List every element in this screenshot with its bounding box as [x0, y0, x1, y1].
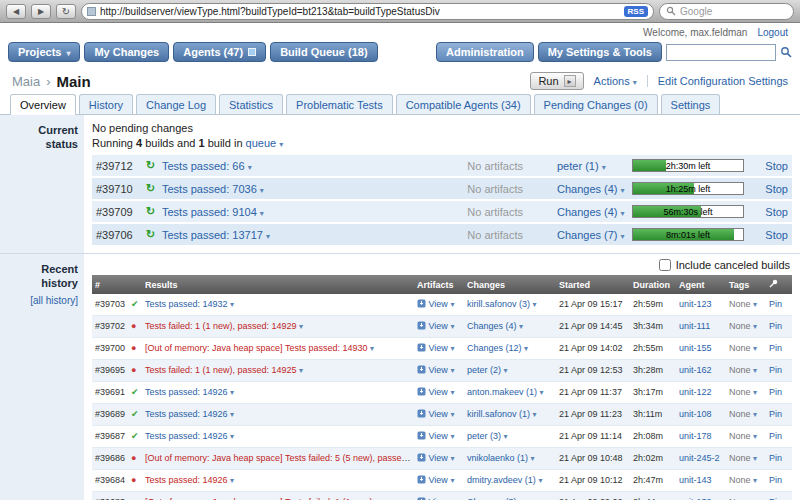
chevron-down-icon[interactable]	[753, 432, 757, 441]
nav-settings-tools[interactable]: My Settings & Tools	[538, 42, 662, 62]
agent-link[interactable]: unit-245-2	[679, 453, 720, 463]
artifacts-view-link[interactable]: View	[429, 321, 448, 331]
artifacts-view-link[interactable]: View	[429, 475, 448, 485]
nav-projects[interactable]: Projects	[8, 42, 80, 62]
chevron-down-icon[interactable]	[450, 322, 454, 331]
chevron-down-icon[interactable]	[753, 454, 757, 463]
build-changes-link[interactable]: Changes (4)	[557, 183, 618, 195]
chevron-down-icon[interactable]	[450, 300, 454, 309]
pin-link[interactable]: Pin	[769, 431, 782, 441]
chevron-down-icon[interactable]	[230, 476, 234, 485]
chevron-down-icon[interactable]	[230, 388, 234, 397]
agent-link[interactable]: unit-155	[679, 343, 712, 353]
chevron-down-icon[interactable]	[540, 388, 544, 397]
pin-link[interactable]: Pin	[769, 365, 782, 375]
history-results-link[interactable]: [Out of memory: Java heap space] Tests p…	[145, 343, 367, 353]
logout-link[interactable]: Logout	[757, 27, 788, 38]
pin-link[interactable]: Pin	[769, 321, 782, 331]
agent-link[interactable]: unit-178	[679, 431, 712, 441]
agent-link[interactable]: unit-143	[679, 475, 712, 485]
chevron-down-icon[interactable]	[450, 454, 454, 463]
agent-link[interactable]: unit-162	[679, 365, 712, 375]
chevron-down-icon[interactable]	[504, 432, 508, 441]
pin-link[interactable]: Pin	[769, 475, 782, 485]
chevron-down-icon[interactable]	[266, 229, 270, 241]
chevron-down-icon[interactable]	[621, 206, 625, 218]
chevron-down-icon[interactable]	[753, 322, 757, 331]
history-results-link[interactable]: Tests failed: 1 (1 new), passed: 14929	[145, 321, 297, 331]
tab[interactable]: Change Log	[136, 94, 216, 114]
chevron-down-icon[interactable]	[538, 476, 542, 485]
edit-configuration-link[interactable]: Edit Configuration Settings	[658, 75, 788, 87]
forward-button[interactable]	[31, 4, 51, 19]
chevron-down-icon[interactable]	[533, 300, 537, 309]
search-icon[interactable]	[780, 46, 792, 58]
artifacts-view-link[interactable]: View	[429, 365, 448, 375]
all-history-link[interactable]: [all history]	[30, 294, 78, 307]
breadcrumb-project-link[interactable]: Maia	[12, 74, 40, 89]
back-button[interactable]	[6, 4, 26, 19]
build-results-link[interactable]: Tests passed: 9104	[162, 206, 257, 218]
artifacts-view-link[interactable]: View	[429, 299, 448, 309]
run-button[interactable]: Run	[530, 72, 583, 90]
tab[interactable]: Pending Changes (0)	[534, 94, 658, 114]
nav-administration[interactable]: Administration	[436, 42, 534, 62]
nav-my-changes[interactable]: My Changes	[84, 42, 169, 62]
actions-menu[interactable]: Actions	[594, 75, 630, 87]
chevron-down-icon[interactable]	[260, 206, 264, 218]
history-results-link[interactable]: Tests passed: 14926	[145, 409, 228, 419]
history-results-link[interactable]: Tests passed: 14926	[145, 431, 228, 441]
stop-button[interactable]: Stop	[765, 206, 788, 218]
build-changes-link[interactable]: Changes (7)	[557, 229, 618, 241]
queue-link[interactable]: queue	[246, 137, 277, 149]
chevron-down-icon[interactable]	[299, 322, 303, 331]
chevron-down-icon[interactable]	[450, 344, 454, 353]
history-changes-link[interactable]: kirill.safonov (1)	[467, 409, 530, 419]
agent-link[interactable]: unit-111	[679, 321, 710, 331]
chevron-down-icon[interactable]	[230, 432, 234, 441]
agent-link[interactable]: unit-108	[679, 409, 712, 419]
chevron-down-icon[interactable]	[753, 300, 757, 309]
history-results-link[interactable]: Tests failed: 1 (1 new), passed: 14925	[145, 365, 297, 375]
chevron-down-icon[interactable]	[450, 388, 454, 397]
tab[interactable]: Overview	[10, 94, 76, 115]
chevron-down-icon[interactable]	[602, 160, 606, 172]
reload-button[interactable]	[56, 4, 76, 19]
include-canceled-checkbox[interactable]	[659, 259, 671, 271]
artifacts-view-link[interactable]: View	[429, 387, 448, 397]
chevron-down-icon[interactable]	[533, 410, 537, 419]
chevron-down-icon[interactable]	[450, 410, 454, 419]
artifacts-view-link[interactable]: View	[429, 409, 448, 419]
build-changes-link[interactable]: Changes (4)	[557, 206, 618, 218]
nav-build-queue[interactable]: Build Queue (18)	[270, 42, 377, 62]
stop-button[interactable]: Stop	[765, 183, 788, 195]
stop-button[interactable]: Stop	[765, 229, 788, 241]
run-split-icon[interactable]	[564, 75, 576, 87]
history-changes-link[interactable]: vnikolaenko (1)	[467, 453, 528, 463]
history-results-link[interactable]: [Out of memory: Java heap space] Tests f…	[145, 453, 414, 463]
chevron-down-icon[interactable]	[450, 432, 454, 441]
chevron-down-icon[interactable]	[524, 344, 528, 353]
chevron-down-icon[interactable]	[753, 476, 757, 485]
pin-link[interactable]: Pin	[769, 387, 782, 397]
stop-button[interactable]: Stop	[765, 160, 788, 172]
tab[interactable]: History	[79, 94, 133, 114]
chevron-down-icon[interactable]	[260, 183, 264, 195]
chevron-down-icon[interactable]	[621, 183, 625, 195]
artifacts-view-link[interactable]: View	[429, 431, 448, 441]
chevron-down-icon[interactable]	[753, 410, 757, 419]
chevron-down-icon[interactable]	[753, 344, 757, 353]
build-results-link[interactable]: Tests passed: 7036	[162, 183, 257, 195]
history-changes-link[interactable]: Changes (12)	[467, 343, 522, 353]
nav-agents[interactable]: Agents (47)	[173, 42, 266, 62]
address-bar[interactable]: http://buildserver/viewType.html?buildTy…	[81, 3, 654, 20]
chevron-down-icon[interactable]	[753, 388, 757, 397]
chevron-down-icon[interactable]	[450, 366, 454, 375]
pin-link[interactable]: Pin	[769, 343, 782, 353]
browser-search-field[interactable]: Google	[659, 3, 794, 20]
history-changes-link[interactable]: Changes (4)	[467, 321, 517, 331]
chevron-down-icon[interactable]	[753, 366, 757, 375]
chevron-down-icon[interactable]	[66, 46, 70, 58]
build-results-link[interactable]: Tests passed: 13717	[162, 229, 263, 241]
artifacts-view-link[interactable]: View	[429, 453, 448, 463]
